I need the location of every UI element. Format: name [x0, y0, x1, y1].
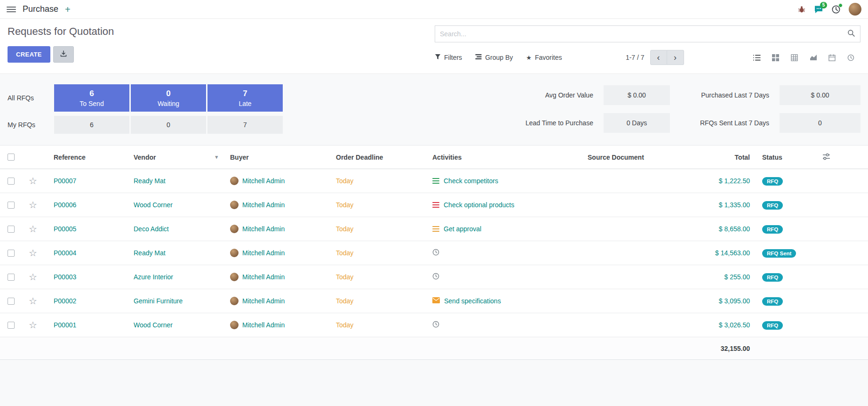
- graph-view-button[interactable]: [804, 50, 823, 65]
- activity-cell[interactable]: Send specifications: [423, 297, 578, 305]
- vendor-cell[interactable]: Ready Mat: [124, 249, 221, 257]
- favorite-star-icon[interactable]: ☆: [29, 320, 37, 330]
- row-checkbox[interactable]: [8, 298, 15, 305]
- activity-cell[interactable]: Check optional products: [423, 201, 578, 209]
- favorite-star-icon[interactable]: ☆: [29, 200, 37, 210]
- row-checkbox[interactable]: [8, 322, 15, 329]
- row-checkbox[interactable]: [8, 226, 15, 233]
- buyer-cell[interactable]: Mitchell Admin: [221, 321, 326, 329]
- pager-previous-button[interactable]: ‹: [650, 50, 667, 65]
- pager-next-button[interactable]: ›: [667, 50, 684, 65]
- table-row[interactable]: ☆ P00004 Ready Mat Mitchell Admin Today …: [0, 241, 868, 265]
- my-to-send-box[interactable]: 6: [54, 116, 129, 134]
- view-switcher: [748, 50, 860, 65]
- navbar-right: 5: [798, 3, 861, 16]
- buyer-cell[interactable]: Mitchell Admin: [221, 225, 326, 233]
- vendor-cell[interactable]: Ready Mat: [124, 177, 221, 185]
- buyer-cell[interactable]: Mitchell Admin: [221, 201, 326, 209]
- vendor-cell[interactable]: Wood Corner: [124, 201, 221, 209]
- select-all-checkbox[interactable]: [8, 154, 15, 161]
- calendar-view-button[interactable]: [823, 50, 842, 65]
- header-reference[interactable]: Reference: [44, 154, 124, 161]
- activity-cell[interactable]: Get approval: [423, 225, 578, 233]
- reference-cell[interactable]: P00004: [44, 249, 124, 257]
- vendor-cell[interactable]: Azure Interior: [124, 273, 221, 281]
- my-rfqs-label: My RFQs: [8, 116, 53, 134]
- favorite-star-icon[interactable]: ☆: [29, 224, 37, 234]
- list-view-button[interactable]: [748, 50, 766, 65]
- top-navbar: Purchase + 5: [0, 0, 868, 19]
- favorite-star-icon[interactable]: ☆: [29, 248, 37, 258]
- vendor-cell[interactable]: Gemini Furniture: [124, 297, 221, 305]
- header-order-deadline[interactable]: Order Deadline: [326, 154, 423, 161]
- debug-bug-icon[interactable]: [798, 6, 805, 13]
- reference-cell[interactable]: P00007: [44, 177, 124, 185]
- table-row[interactable]: ☆ P00006 Wood Corner Mitchell Admin Toda…: [0, 193, 868, 217]
- buyer-cell[interactable]: Mitchell Admin: [221, 177, 326, 185]
- pivot-view-button[interactable]: [785, 50, 804, 65]
- table-row[interactable]: ☆ P00001 Wood Corner Mitchell Admin Toda…: [0, 313, 868, 337]
- purchased-last-7-days-box[interactable]: $ 0.00: [780, 85, 860, 105]
- row-checkbox[interactable]: [8, 274, 15, 281]
- group-by-button[interactable]: Group By: [475, 54, 513, 61]
- my-waiting-box[interactable]: 0: [131, 116, 206, 134]
- header-status[interactable]: Status: [750, 154, 799, 161]
- filters-button[interactable]: Filters: [435, 54, 462, 61]
- header-total[interactable]: Total: [689, 154, 750, 161]
- activity-cell[interactable]: [423, 273, 578, 282]
- row-checkbox[interactable]: [8, 202, 15, 209]
- reference-cell[interactable]: P00003: [44, 273, 124, 281]
- favorite-star-icon[interactable]: ☆: [29, 272, 37, 282]
- search-input[interactable]: [440, 30, 847, 38]
- tile-late[interactable]: 7 Late: [207, 84, 283, 112]
- kanban-view-button[interactable]: [766, 50, 785, 65]
- avg-order-value-box[interactable]: $ 0.00: [604, 85, 670, 105]
- export-button[interactable]: [53, 46, 74, 63]
- header-source-document[interactable]: Source Document: [578, 154, 689, 161]
- messages-count-badge: 5: [820, 2, 827, 8]
- activity-view-button[interactable]: [842, 50, 860, 65]
- table-row[interactable]: ☆ P00003 Azure Interior Mitchell Admin T…: [0, 265, 868, 289]
- reference-cell[interactable]: P00005: [44, 225, 124, 233]
- row-checkbox[interactable]: [8, 250, 15, 257]
- header-buyer[interactable]: Buyer: [221, 154, 326, 161]
- create-button[interactable]: CREATE: [8, 46, 50, 63]
- rfqs-sent-last-7-days-box[interactable]: 0: [780, 113, 860, 133]
- search-icon[interactable]: [847, 29, 855, 39]
- messages-icon[interactable]: 5: [814, 5, 823, 14]
- lead-time-box[interactable]: 0 Days: [604, 113, 670, 133]
- user-avatar[interactable]: [849, 3, 861, 16]
- activities-clock-icon[interactable]: [832, 5, 840, 14]
- reference-cell[interactable]: P00001: [44, 321, 124, 329]
- buyer-cell[interactable]: Mitchell Admin: [221, 273, 326, 281]
- status-badge: RFQ: [762, 177, 783, 186]
- tile-to-send[interactable]: 6 To Send: [54, 84, 129, 112]
- activity-cell[interactable]: [423, 321, 578, 330]
- activities-badge-dot: [838, 3, 843, 8]
- header-activities[interactable]: Activities: [423, 154, 578, 161]
- apps-menu-icon[interactable]: [7, 7, 16, 12]
- table-row[interactable]: ☆ P00005 Deco Addict Mitchell Admin Toda…: [0, 217, 868, 241]
- quick-create-icon[interactable]: +: [65, 5, 71, 14]
- table-row[interactable]: ☆ P00007 Ready Mat Mitchell Admin Today …: [0, 169, 868, 193]
- buyer-cell[interactable]: Mitchell Admin: [221, 297, 326, 305]
- favorite-star-icon[interactable]: ☆: [29, 176, 37, 186]
- tile-waiting[interactable]: 0 Waiting: [131, 84, 206, 112]
- reference-cell[interactable]: P00002: [44, 297, 124, 305]
- activity-cell[interactable]: [423, 249, 578, 258]
- search-bar[interactable]: [435, 25, 860, 42]
- row-checkbox[interactable]: [8, 178, 15, 185]
- app-title[interactable]: Purchase: [23, 4, 58, 14]
- activity-cell[interactable]: Check competitors: [423, 177, 578, 185]
- favorites-button[interactable]: ★ Favorites: [526, 54, 562, 61]
- favorite-star-icon[interactable]: ☆: [29, 296, 37, 306]
- reference-cell[interactable]: P00006: [44, 201, 124, 209]
- vendor-cell[interactable]: Deco Addict: [124, 225, 221, 233]
- header-vendor[interactable]: Vendor ▾: [124, 154, 221, 161]
- buyer-cell[interactable]: Mitchell Admin: [221, 249, 326, 257]
- deadline-cell: Today: [326, 273, 423, 281]
- my-late-box[interactable]: 7: [207, 116, 283, 134]
- table-row[interactable]: ☆ P00002 Gemini Furniture Mitchell Admin…: [0, 289, 868, 313]
- vendor-cell[interactable]: Wood Corner: [124, 321, 221, 329]
- optional-columns-icon[interactable]: [822, 153, 830, 162]
